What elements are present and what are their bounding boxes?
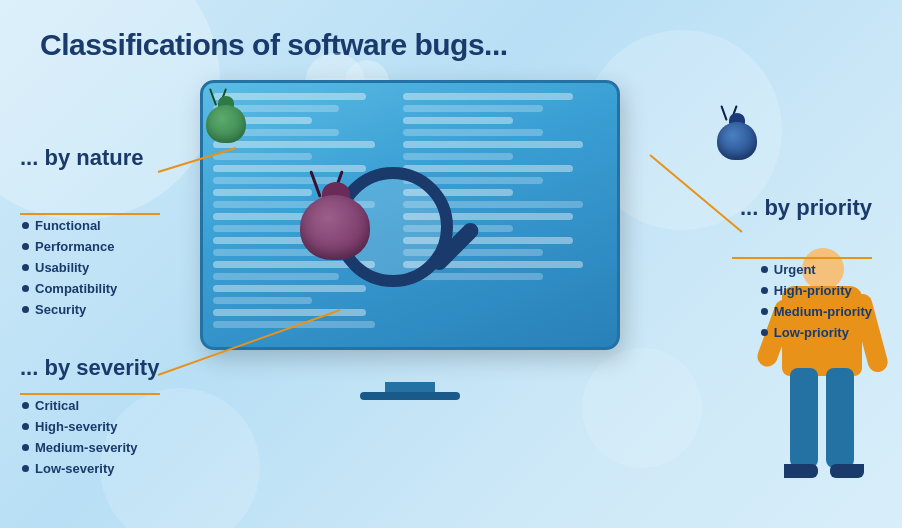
list-item-text: Low-severity: [35, 461, 114, 476]
list-item: Critical: [22, 398, 138, 413]
list-item-text: Medium-priority: [774, 304, 872, 319]
list-item: Performance: [22, 239, 117, 254]
bullet-icon: [22, 402, 29, 409]
list-item: Security: [22, 302, 117, 317]
list-item: Medium-priority: [761, 304, 872, 319]
list-item: Low-severity: [22, 461, 138, 476]
divider-priority: [732, 257, 872, 259]
by-severity-list: Critical High-severity Medium-severity L…: [22, 398, 138, 482]
monitor-illustration: [200, 80, 660, 400]
list-item: High-priority: [761, 283, 872, 298]
person-leg-right: [826, 368, 854, 468]
list-item: Compatibility: [22, 281, 117, 296]
person-leg-left: [790, 368, 818, 468]
bullet-icon: [22, 285, 29, 292]
bullet-icon: [22, 222, 29, 229]
list-item: Medium-severity: [22, 440, 138, 455]
bullet-icon: [761, 287, 768, 294]
bug-purple-icon: [290, 170, 380, 260]
by-priority-list: Urgent High-priority Medium-priority Low…: [761, 262, 872, 346]
list-item-text: Security: [35, 302, 86, 317]
bullet-icon: [22, 264, 29, 271]
divider-severity: [20, 393, 160, 395]
bullet-icon: [22, 423, 29, 430]
list-item: Functional: [22, 218, 117, 233]
list-item: Usability: [22, 260, 117, 275]
list-item-text: Low-priority: [774, 325, 849, 340]
page-title: Classifications of software bugs...: [40, 28, 508, 62]
list-item: Urgent: [761, 262, 872, 277]
by-nature-label: ... by nature: [20, 145, 143, 171]
divider-nature: [20, 213, 160, 215]
bullet-icon: [22, 465, 29, 472]
person-foot-left: [784, 464, 818, 478]
svg-line-2: [650, 155, 742, 232]
bug-blue-icon: [709, 105, 764, 160]
bullet-icon: [761, 308, 768, 315]
by-nature-list: Functional Performance Usability Compati…: [22, 218, 117, 323]
list-item-text: Critical: [35, 398, 79, 413]
list-item-text: Performance: [35, 239, 114, 254]
list-item: High-severity: [22, 419, 138, 434]
list-item-text: Medium-severity: [35, 440, 138, 455]
monitor-screen: [200, 80, 620, 350]
bullet-icon: [22, 306, 29, 313]
bug-green-icon: [198, 88, 253, 143]
person-foot-right: [830, 464, 864, 478]
bullet-icon: [761, 266, 768, 273]
list-item-text: Compatibility: [35, 281, 117, 296]
list-item-text: Usability: [35, 260, 89, 275]
by-severity-label: ... by severity: [20, 355, 159, 381]
by-priority-label: ... by priority: [740, 195, 872, 221]
list-item-text: Urgent: [774, 262, 816, 277]
list-item-text: High-priority: [774, 283, 852, 298]
monitor-base: [360, 392, 460, 400]
bullet-icon: [761, 329, 768, 336]
list-item: Low-priority: [761, 325, 872, 340]
list-item-text: Functional: [35, 218, 101, 233]
bullet-icon: [22, 243, 29, 250]
list-item-text: High-severity: [35, 419, 117, 434]
bullet-icon: [22, 444, 29, 451]
